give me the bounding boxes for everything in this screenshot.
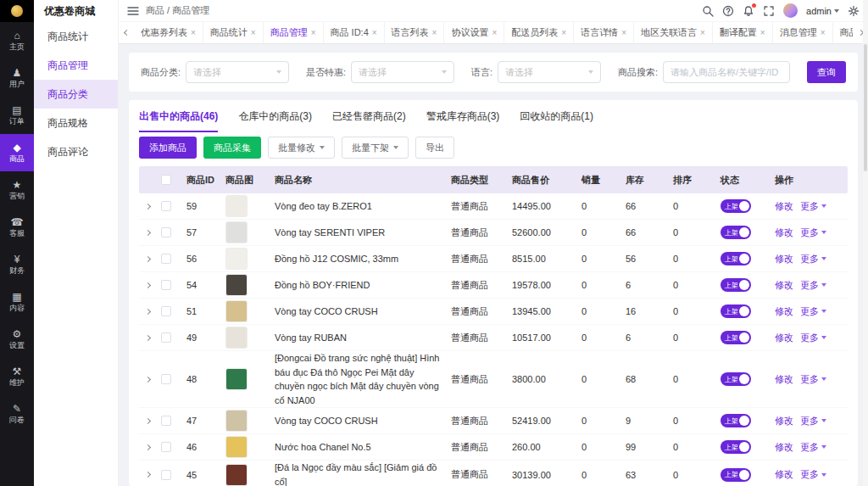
row-checkbox[interactable] xyxy=(161,442,171,452)
row-expand-icon[interactable] xyxy=(144,376,150,382)
status-toggle[interactable]: 上架 xyxy=(721,372,751,386)
tab-close-icon[interactable]: × xyxy=(372,28,377,37)
product-image[interactable] xyxy=(225,195,248,217)
rail-item[interactable]: ⚒ 维护 xyxy=(0,358,34,395)
product-status-tab[interactable]: 回收站的商品(1) xyxy=(520,100,593,132)
product-image[interactable] xyxy=(225,300,248,322)
rail-item[interactable]: ★ 营销 xyxy=(0,171,34,209)
rail-item[interactable]: ☎ 客服 xyxy=(0,209,34,246)
row-expand-icon[interactable] xyxy=(144,255,150,261)
product-image[interactable] xyxy=(225,436,248,458)
add-product-button[interactable]: 添加商品 xyxy=(139,137,197,159)
row-expand-icon[interactable] xyxy=(144,334,150,340)
product-status-tab[interactable]: 仓库中的商品(3) xyxy=(238,100,312,132)
row-expand-icon[interactable] xyxy=(144,282,150,288)
more-link[interactable]: 更多 xyxy=(800,226,826,239)
window-tab[interactable]: 商品管理 × xyxy=(264,22,324,43)
export-button[interactable]: 导出 xyxy=(415,137,454,159)
row-checkbox[interactable] xyxy=(161,306,171,316)
rail-item[interactable]: ¥ 财务 xyxy=(0,246,34,283)
row-expand-icon[interactable] xyxy=(144,417,150,423)
status-toggle[interactable]: 上架 xyxy=(721,252,751,265)
select-all-checkbox[interactable] xyxy=(161,175,171,185)
rail-item[interactable]: ▤ 订单 xyxy=(0,97,34,134)
breadcrumb-root[interactable]: 商品 xyxy=(146,5,164,15)
row-checkbox[interactable] xyxy=(161,280,171,290)
rail-item[interactable]: ⌂ 主页 xyxy=(0,22,34,59)
product-image[interactable] xyxy=(225,248,248,270)
window-tab[interactable]: 商品统计 × xyxy=(203,22,264,43)
window-tab[interactable]: 语言详情 × xyxy=(574,22,634,43)
sidebar-item[interactable]: 商品评论 xyxy=(34,137,118,166)
tab-close-icon[interactable]: × xyxy=(821,28,826,37)
edit-link[interactable]: 修改 xyxy=(775,226,793,239)
product-status-tab[interactable]: 已经售罄商品(2) xyxy=(332,100,406,132)
language-select[interactable]: 请选择 xyxy=(498,61,601,83)
row-expand-icon[interactable] xyxy=(144,203,150,209)
user-avatar[interactable] xyxy=(783,3,798,18)
more-link[interactable]: 更多 xyxy=(800,332,826,344)
edit-link[interactable]: 修改 xyxy=(775,253,793,265)
sidebar-item[interactable]: 商品分类 xyxy=(34,80,118,109)
status-toggle[interactable]: 上架 xyxy=(721,440,751,454)
sidebar-item[interactable]: 商品管理 xyxy=(34,51,118,80)
tabs-scroll-left[interactable] xyxy=(119,22,134,43)
product-image[interactable] xyxy=(225,464,248,486)
more-link[interactable]: 更多 xyxy=(800,279,826,292)
hamburger-menu-icon[interactable] xyxy=(127,5,139,17)
help-icon[interactable] xyxy=(722,5,734,17)
sidebar-item[interactable]: 商品统计 xyxy=(34,22,118,51)
status-toggle[interactable]: 上架 xyxy=(721,278,751,292)
sidebar-item[interactable]: 商品规格 xyxy=(34,109,118,137)
row-expand-icon[interactable] xyxy=(144,229,150,235)
product-status-tab[interactable]: 警戒库存商品(3) xyxy=(426,100,500,132)
status-toggle[interactable]: 上架 xyxy=(721,226,751,239)
window-tab[interactable]: 配送员列表 × xyxy=(504,22,574,43)
row-checkbox[interactable] xyxy=(161,201,171,211)
product-image[interactable] xyxy=(225,410,248,432)
search-submit-button[interactable]: 查询 xyxy=(807,61,846,83)
tab-close-icon[interactable]: × xyxy=(492,28,497,37)
row-checkbox[interactable] xyxy=(161,227,171,237)
edit-link[interactable]: 修改 xyxy=(775,332,793,344)
row-checkbox[interactable] xyxy=(161,332,171,343)
edit-link[interactable]: 修改 xyxy=(775,468,793,481)
more-link[interactable]: 更多 xyxy=(800,200,826,213)
status-toggle[interactable]: 上架 xyxy=(721,331,751,344)
row-expand-icon[interactable] xyxy=(144,444,150,450)
edit-link[interactable]: 修改 xyxy=(775,373,793,386)
row-checkbox[interactable] xyxy=(161,470,171,480)
product-search-input[interactable] xyxy=(663,61,790,83)
edit-link[interactable]: 修改 xyxy=(775,200,793,213)
more-link[interactable]: 更多 xyxy=(800,305,826,318)
more-link[interactable]: 更多 xyxy=(800,441,826,454)
search-icon[interactable] xyxy=(702,5,714,17)
special-select[interactable]: 请选择 xyxy=(351,61,454,83)
row-expand-icon[interactable] xyxy=(144,472,150,478)
edit-link[interactable]: 修改 xyxy=(775,305,793,318)
tab-close-icon[interactable]: × xyxy=(191,28,196,37)
bell-icon[interactable] xyxy=(743,5,754,17)
tab-close-icon[interactable]: × xyxy=(760,28,765,37)
gear-icon[interactable] xyxy=(848,5,860,17)
tab-close-icon[interactable]: × xyxy=(432,28,437,37)
edit-link[interactable]: 修改 xyxy=(775,415,793,427)
row-expand-icon[interactable] xyxy=(144,308,150,314)
status-toggle[interactable]: 上架 xyxy=(721,304,751,318)
more-link[interactable]: 更多 xyxy=(800,468,826,481)
status-toggle[interactable]: 上架 xyxy=(721,199,751,213)
window-tab[interactable]: 翻译配置 × xyxy=(713,22,773,43)
bulk-edit-button[interactable]: 批量修改 xyxy=(268,137,335,159)
category-select[interactable]: 请选择 xyxy=(186,61,289,83)
more-link[interactable]: 更多 xyxy=(800,373,826,386)
status-toggle[interactable]: 上架 xyxy=(721,414,751,427)
product-image[interactable] xyxy=(225,274,248,296)
user-menu[interactable]: admin xyxy=(806,6,839,16)
window-tab[interactable]: 语言列表 × xyxy=(385,22,445,43)
more-link[interactable]: 更多 xyxy=(800,415,826,427)
more-link[interactable]: 更多 xyxy=(800,253,826,265)
tab-close-icon[interactable]: × xyxy=(621,28,626,37)
status-toggle[interactable]: 上架 xyxy=(721,468,751,482)
bulk-offshelf-button[interactable]: 批量下架 xyxy=(342,137,409,159)
product-image[interactable] xyxy=(225,368,248,390)
